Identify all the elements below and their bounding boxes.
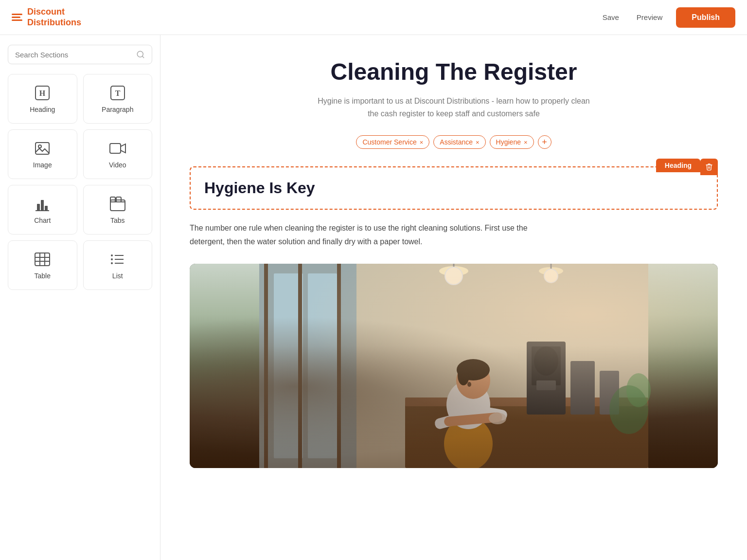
logo-text: Discount Distributions — [27, 7, 81, 28]
search-input[interactable] — [15, 51, 136, 59]
save-button[interactable]: Save — [599, 11, 623, 23]
block-delete-button[interactable] — [700, 159, 718, 175]
logo-line-3 — [12, 19, 22, 21]
svg-rect-8 — [110, 144, 121, 153]
header-actions: Save Preview Publish — [599, 7, 735, 28]
svg-point-26 — [111, 258, 113, 260]
tags-row: Customer Service × Assistance × Hygiene … — [190, 135, 718, 149]
sections-grid: H Heading T Paragraph Image — [8, 74, 152, 290]
tabs-icon — [109, 195, 126, 213]
tag-hygiene[interactable]: Hygiene × — [490, 135, 534, 149]
main-content: Cleaning The Register Hygine is importan… — [160, 35, 747, 560]
chart-label: Chart — [34, 217, 51, 224]
heading-block-text[interactable]: Hygiene Is Key — [204, 179, 703, 197]
svg-point-35 — [439, 266, 468, 276]
svg-rect-17 — [35, 253, 50, 266]
sidebar-item-paragraph[interactable]: T Paragraph — [83, 74, 153, 124]
body-text: The number one rule when cleaning the re… — [190, 221, 559, 248]
sidebar-item-chart[interactable]: Chart — [8, 185, 77, 235]
paragraph-icon: T — [109, 84, 126, 102]
app-header: Discount Distributions Save Preview Publ… — [0, 0, 747, 35]
video-icon — [109, 140, 126, 157]
tabs-label: Tabs — [110, 217, 125, 224]
image-icon — [34, 140, 51, 157]
svg-point-7 — [38, 145, 41, 148]
page-title: Cleaning The Register — [190, 58, 718, 85]
svg-point-27 — [111, 262, 113, 264]
svg-text:T: T — [115, 89, 120, 97]
block-type-label: Heading — [656, 159, 700, 172]
preview-button[interactable]: Preview — [633, 11, 666, 23]
logo: Discount Distributions — [12, 7, 81, 28]
tag-remove-hygiene[interactable]: × — [524, 139, 528, 145]
sidebar-item-tabs[interactable]: Tabs — [83, 185, 153, 235]
sidebar-item-video[interactable]: Video — [83, 129, 153, 179]
publish-button[interactable]: Publish — [676, 7, 735, 28]
sidebar-item-heading[interactable]: H Heading — [8, 74, 77, 124]
sidebar: H Heading T Paragraph Image — [0, 35, 160, 560]
image-label: Image — [33, 161, 52, 169]
svg-rect-12 — [45, 206, 48, 211]
tag-customer-service[interactable]: Customer Service × — [356, 135, 429, 149]
app-layout: H Heading T Paragraph Image — [0, 35, 747, 560]
sidebar-item-image[interactable]: Image — [8, 129, 77, 179]
search-box[interactable] — [8, 45, 152, 64]
logo-icon — [12, 14, 22, 21]
logo-line-2 — [12, 17, 20, 18]
paragraph-label: Paragraph — [102, 106, 133, 113]
svg-line-1 — [142, 56, 143, 57]
sidebar-item-table[interactable]: Table — [8, 240, 77, 290]
tag-add-button[interactable]: + — [538, 135, 551, 149]
video-label: Video — [109, 161, 126, 169]
table-icon — [34, 251, 51, 268]
svg-point-36 — [539, 267, 563, 275]
page-subtitle: Hygine is important to us at Discount Di… — [318, 95, 590, 120]
list-label: List — [112, 272, 123, 280]
image-block — [190, 264, 718, 468]
image-scene — [190, 264, 718, 468]
svg-point-40 — [544, 269, 558, 283]
svg-rect-6 — [36, 143, 49, 154]
tag-assistance[interactable]: Assistance × — [433, 135, 485, 149]
search-icon — [136, 50, 145, 59]
tag-remove-customer-service[interactable]: × — [420, 139, 424, 145]
table-label: Table — [35, 272, 51, 280]
svg-rect-10 — [37, 204, 40, 211]
heading-block-wrapper: Heading Hygiene Is Key — [190, 166, 718, 210]
svg-text:H: H — [39, 89, 46, 97]
logo-line-1 — [12, 14, 22, 15]
tag-remove-assistance[interactable]: × — [476, 139, 480, 145]
list-icon — [109, 251, 126, 268]
heading-icon: H — [34, 84, 51, 102]
trash-icon — [705, 163, 713, 171]
svg-point-25 — [111, 254, 113, 256]
sidebar-item-list[interactable]: List — [83, 240, 153, 290]
svg-point-39 — [445, 267, 462, 285]
svg-rect-11 — [41, 200, 44, 211]
image-overlay — [190, 345, 718, 468]
heading-block[interactable]: Hygiene Is Key — [190, 166, 718, 210]
chart-icon — [34, 195, 51, 213]
heading-label: Heading — [30, 106, 55, 113]
